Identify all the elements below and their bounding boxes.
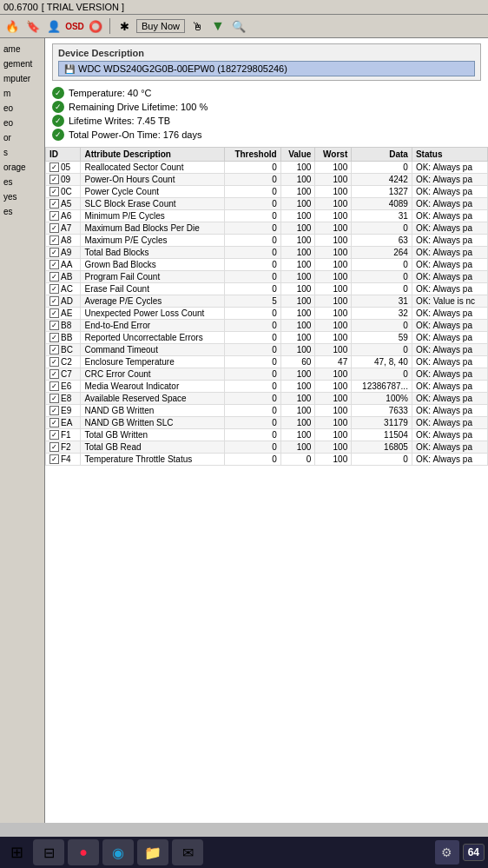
cell-threshold: 0 [225,174,281,186]
row-checkbox[interactable] [49,272,59,282]
id-text: E6 [61,381,71,391]
cell-desc: Media Wearout Indicator [81,381,225,393]
table-row: E6 Media Wearout Indicator 0 100 100 123… [46,381,488,393]
sidebar-item-m[interactable]: m [0,86,44,101]
cell-status: OK: Always pa [412,162,487,174]
sidebar-item-or[interactable]: or [0,130,44,145]
person-icon[interactable]: 👤 [45,17,63,35]
cell-worst: 100 [315,271,352,283]
flame-icon[interactable]: 🔥 [3,17,21,35]
cell-id: AC [46,283,81,295]
sidebar-item-mputer[interactable]: mputer [0,71,44,86]
row-checkbox[interactable] [49,406,59,415]
row-checkbox[interactable] [49,308,59,318]
col-header-id: ID [46,148,81,162]
sidebar-item-eo1[interactable]: eo [0,101,44,116]
cursor-icon[interactable]: 🖱 [188,17,206,35]
cell-data: 0 [352,344,412,356]
taskbar-app-edge[interactable]: ◉ [102,839,134,865]
sidebar-item-gement[interactable]: gement [0,56,44,71]
cell-desc: Available Reserved Space [81,393,225,405]
sidebar-item-yes[interactable]: yes [0,189,44,204]
cell-id: A8 [46,235,81,247]
cell-desc: Maximum P/E Cycles [81,235,225,247]
table-row: C2 Enclosure Temperature 0 60 47 47, 8, … [46,356,488,368]
cell-id: AE [46,308,81,320]
taskbar-app-opera[interactable]: ● [68,839,99,865]
bookmark-icon[interactable]: 🔖 [24,17,42,35]
cell-desc: Power Cycle Count [81,186,225,198]
row-checkbox[interactable] [49,394,59,403]
osd-icon[interactable]: OSD [66,17,83,35]
cell-threshold: 0 [225,259,281,271]
cell-id: AA [46,259,81,271]
cell-data: 0 [352,283,412,295]
cell-desc: SLC Block Erase Count [81,198,225,210]
row-checkbox[interactable] [49,357,59,367]
row-checkbox[interactable] [49,211,59,221]
row-checkbox[interactable] [49,345,59,354]
sidebar-item-orage[interactable]: orage [0,160,44,175]
row-checkbox[interactable] [49,296,59,306]
row-checkbox[interactable] [49,235,59,245]
device-name-bar[interactable]: 💾 WDC WDS240G2G0B-00EPW0 (182729805246) [58,61,475,76]
cell-value: 100 [280,186,315,198]
cell-status: OK: Always pa [412,393,487,405]
cell-threshold: 0 [225,393,281,405]
row-checkbox[interactable] [49,162,59,172]
row-checkbox[interactable] [49,369,59,379]
table-row: 0C Power Cycle Count 0 100 100 1327 OK: … [46,186,488,198]
star-icon[interactable]: ✱ [115,17,133,35]
cell-id: A6 [46,210,81,222]
search-icon[interactable]: 🔍 [230,17,247,35]
trial-text: [ TRIAL VERSION ] [42,2,124,12]
row-checkbox[interactable] [49,187,59,196]
row-checkbox[interactable] [49,321,59,330]
sidebar-item-eo2[interactable]: eo [0,116,44,130]
taskbar: ⊞ ⊟ ● ◉ 📁 ✉ ⚙ 64 [0,837,488,868]
row-checkbox[interactable] [49,454,59,464]
table-row: BC Command Timeout 0 100 100 0 OK: Alway… [46,344,488,356]
cell-worst: 100 [315,381,352,393]
start-button[interactable]: ⊞ [3,839,30,865]
sidebar-item-ame[interactable]: ame [0,42,44,56]
writes-status-item: ✓ Lifetime Writes: 7.45 TB [52,114,481,128]
taskbar-app-files[interactable]: 📁 [137,839,168,865]
cell-id: BC [46,344,81,356]
taskbar-app-mail[interactable]: ✉ [172,839,203,865]
circle-icon[interactable]: ⭕ [87,17,104,35]
table-row: E8 Available Reserved Space 0 100 100 10… [46,393,488,405]
cell-worst: 100 [315,235,352,247]
row-checkbox[interactable] [49,381,59,391]
row-checkbox[interactable] [49,260,59,269]
cell-desc: Command Timeout [81,344,225,356]
cell-value: 100 [280,271,315,283]
sidebar-item-es2[interactable]: es [0,204,44,219]
buy-now-button[interactable]: Buy Now [136,19,185,33]
row-checkbox[interactable] [49,333,59,342]
sidebar-item-s[interactable]: s [0,145,44,160]
row-checkbox[interactable] [49,430,59,440]
cell-desc: Total GB Written [81,429,225,441]
cell-worst: 100 [315,308,352,320]
taskbar-sys-icon1[interactable]: ⚙ [435,840,459,865]
row-checkbox[interactable] [49,175,59,184]
row-checkbox[interactable] [49,248,59,257]
arrow-down-icon[interactable]: ▼ [209,17,227,35]
cell-desc: Average P/E Cycles [81,295,225,308]
row-checkbox[interactable] [49,284,59,294]
sidebar-item-es1[interactable]: es [0,175,44,189]
row-checkbox[interactable] [49,418,59,427]
row-checkbox[interactable] [49,199,59,209]
row-checkbox[interactable] [49,442,59,452]
cell-desc: Total GB Read [81,441,225,454]
id-text: 05 [61,162,70,172]
row-checkbox[interactable] [49,223,59,233]
cell-threshold: 0 [225,198,281,210]
cell-desc: Reallocated Sector Count [81,162,225,174]
writes-label: Lifetime Writes: 7.45 TB [69,116,170,126]
cell-id: BB [46,332,81,344]
col-header-value: Value [280,148,315,162]
cell-value: 100 [280,283,315,295]
taskbar-app-taskmanager[interactable]: ⊟ [33,839,64,865]
